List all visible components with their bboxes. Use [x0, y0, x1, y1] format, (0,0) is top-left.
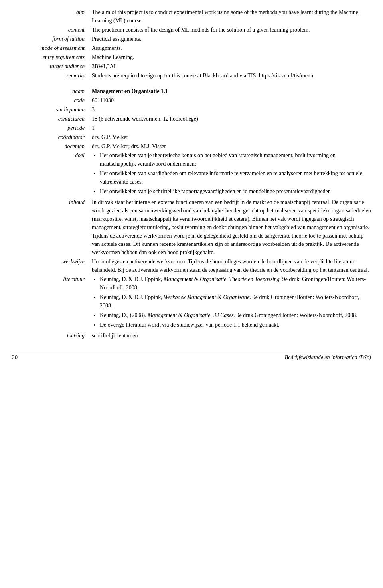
coordinator-label: coördinator: [12, 133, 92, 141]
studiepunten-row: studiepunten 3: [12, 105, 371, 114]
literatuur-bullet-3: De overige literatuur wordt via de studi…: [100, 321, 371, 329]
coordinator-row: coördinator drs. G.P. Melker: [12, 133, 371, 141]
docenten-label: docenten: [12, 142, 92, 150]
page-content: aim The aim of this project is to conduc…: [12, 8, 371, 361]
mode-of-assessment-row: mode of assessment Assignments.: [12, 44, 371, 52]
form-of-tuition-label: form of tuition: [12, 35, 92, 43]
doel-bullets: Het ontwikkelen van je theoretische kenn…: [100, 151, 371, 196]
literatuur-value: Keuning, D. & D.J. Eppink, Management & …: [92, 275, 371, 331]
doel-label: doel: [12, 151, 92, 197]
literatuur-label: literatuur: [12, 275, 92, 331]
toetsing-value: schriftelijk tentamen: [92, 331, 371, 340]
literatuur-bullets: Keuning, D. & D.J. Eppink, Management & …: [100, 275, 371, 329]
remarks-row: remarks Students are required to sign up…: [12, 71, 371, 80]
naam-value: Management en Organisatie 1.1: [92, 87, 371, 95]
contacturen-value: 18 (6 activerende werkvormen, 12 hoorcol…: [92, 115, 371, 123]
doel-value: Het ontwikkelen van je theoretische kenn…: [92, 151, 371, 197]
target-audience-label: target audience: [12, 62, 92, 71]
contacturen-label: contacturen: [12, 115, 92, 123]
target-audience-value: 3BWI,3AI: [92, 62, 371, 71]
page-footer: 20 Bedrijfswiskunde en informatica (BSc): [12, 352, 371, 361]
form-of-tuition-row: form of tuition Practical assignments.: [12, 35, 371, 43]
footer-title: Bedrijfswiskunde en informatica (BSc): [284, 354, 371, 361]
content-row: content The practicum consists of the de…: [12, 26, 371, 34]
studiepunten-value: 3: [92, 105, 371, 114]
content-label: content: [12, 26, 92, 34]
naam-label: naam: [12, 87, 92, 95]
periode-label: periode: [12, 124, 92, 132]
werkwijze-row: werkwijze Hoorcolleges en activerende we…: [12, 257, 371, 274]
inhoud-value: In dit vak staat het interne en externe …: [92, 198, 371, 257]
code-row: code 60111030: [12, 96, 371, 105]
werkwijze-label: werkwijze: [12, 257, 92, 274]
literatuur-row: literatuur Keuning, D. & D.J. Eppink, Ma…: [12, 275, 371, 331]
doel-bullet-2: Het ontwikkelen van je schriftelijke rap…: [100, 187, 371, 196]
coordinator-value: drs. G.P. Melker: [92, 133, 371, 141]
naam-row: naam Management en Organisatie 1.1: [12, 87, 371, 95]
inhoud-label: inhoud: [12, 198, 92, 257]
toetsing-label: toetsing: [12, 331, 92, 340]
contacturen-row: contacturen 18 (6 activerende werkvormen…: [12, 115, 371, 123]
entry-requirements-label: entry requirements: [12, 53, 92, 61]
literatuur-bullet-2: Keuning, D., (2008). Management & Organi…: [100, 311, 371, 319]
aim-row: aim The aim of this project is to conduc…: [12, 8, 371, 25]
literatuur-bullet-1: Keuning, D. & D.J. Eppink, Werkboek Mana…: [100, 293, 371, 310]
literatuur-bullet-0: Keuning, D. & D.J. Eppink, Management & …: [100, 275, 371, 292]
aim-label: aim: [12, 8, 92, 25]
studiepunten-label: studiepunten: [12, 105, 92, 114]
code-label: code: [12, 96, 92, 105]
inhoud-row: inhoud In dit vak staat het interne en e…: [12, 198, 371, 257]
form-of-tuition-value: Practical assignments.: [92, 35, 371, 43]
remarks-value: Students are required to sign up for thi…: [92, 71, 371, 80]
aim-value: The aim of this project is to conduct ex…: [92, 8, 371, 25]
docenten-row: docenten drs. G.P. Melker; drs. M.J. Vis…: [12, 142, 371, 150]
remarks-label: remarks: [12, 71, 92, 80]
werkwijze-value: Hoorcolleges en activerende werkvormen. …: [92, 257, 371, 274]
doel-bullet-1: Het ontwikkelen van vaardigheden om rele…: [100, 169, 371, 186]
doel-bullet-0: Het ontwikkelen van je theoretische kenn…: [100, 151, 371, 168]
toetsing-row: toetsing schriftelijk tentamen: [12, 331, 371, 340]
code-value: 60111030: [92, 96, 371, 105]
periode-value: 1: [92, 124, 371, 132]
page-number: 20: [12, 354, 18, 361]
target-audience-row: target audience 3BWI,3AI: [12, 62, 371, 71]
mode-of-assessment-label: mode of assessment: [12, 44, 92, 52]
periode-row: periode 1: [12, 124, 371, 132]
entry-requirements-row: entry requirements Machine Learning.: [12, 53, 371, 61]
doel-row: doel Het ontwikkelen van je theoretische…: [12, 151, 371, 197]
docenten-value: drs. G.P. Melker; drs. M.J. Visser: [92, 142, 371, 150]
entry-requirements-value: Machine Learning.: [92, 53, 371, 61]
mode-of-assessment-value: Assignments.: [92, 44, 371, 52]
content-value: The practicum consists of the design of …: [92, 26, 371, 34]
